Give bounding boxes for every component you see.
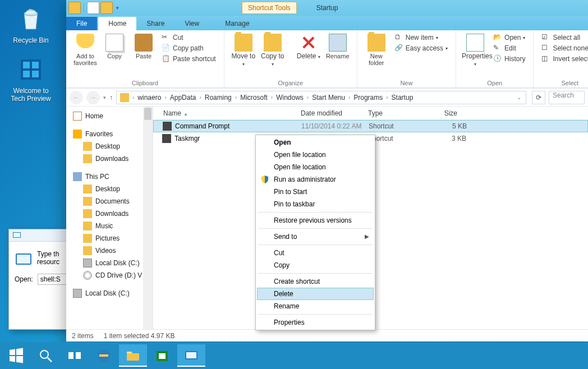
folder-icon bbox=[83, 142, 92, 151]
ctx-cut[interactable]: Cut bbox=[257, 247, 374, 259]
invert-selection-button[interactable]: ◫Invert selection bbox=[539, 54, 588, 64]
svg-rect-4 bbox=[23, 71, 30, 77]
column-headers[interactable]: Name▲ Date modified Type Size bbox=[153, 107, 588, 120]
new-item-button[interactable]: 🗋New item ▾ bbox=[392, 33, 450, 43]
sidebar-item-thispc[interactable]: This PC bbox=[71, 170, 153, 183]
ctx-rename[interactable]: Rename bbox=[257, 300, 374, 312]
paste-shortcut-button[interactable]: 📋Paste shortcut bbox=[159, 54, 218, 64]
taskbar-explorer[interactable] bbox=[119, 344, 147, 367]
taskview-button[interactable] bbox=[61, 344, 89, 367]
nav-recent-icon[interactable]: ▾ bbox=[103, 95, 106, 100]
easy-access-button[interactable]: 🔗Easy access ▾ bbox=[392, 43, 450, 53]
search-input[interactable]: Search bbox=[549, 91, 585, 104]
nav-back-button[interactable]: ← bbox=[70, 91, 83, 104]
select-none-button[interactable]: ☐Select none bbox=[539, 43, 588, 53]
tab-view[interactable]: View bbox=[174, 17, 209, 30]
ctx-properties[interactable]: Properties bbox=[257, 316, 374, 329]
nav-forward-button[interactable]: → bbox=[86, 91, 100, 104]
start-button[interactable] bbox=[2, 344, 30, 367]
ctx-pin-start[interactable]: Pin to Start bbox=[257, 186, 374, 198]
copy-button[interactable]: Copy bbox=[101, 33, 128, 59]
ctx-open-location-1[interactable]: Open file location bbox=[257, 149, 374, 161]
sidebar-item-downloads2[interactable]: Downloads bbox=[71, 207, 153, 220]
ctx-run-admin[interactable]: Run as administrator bbox=[257, 173, 374, 186]
ctx-restore[interactable]: Restore previous versions bbox=[257, 214, 374, 227]
folder-icon bbox=[368, 34, 385, 52]
svg-rect-3 bbox=[32, 62, 39, 68]
open-button[interactable]: 📂Open ▾ bbox=[491, 33, 527, 43]
sidebar-item-music[interactable]: Music bbox=[71, 220, 153, 232]
shortcut-icon bbox=[163, 122, 172, 131]
file-row-commandprompt[interactable]: Command Prompt 11/10/2014 0:22 AM Shortc… bbox=[153, 120, 588, 132]
search-button[interactable] bbox=[31, 344, 59, 367]
invert-selection-icon: ◫ bbox=[541, 54, 550, 63]
tab-home[interactable]: Home bbox=[98, 17, 136, 30]
sidebar-item-downloads[interactable]: Downloads bbox=[71, 153, 153, 165]
ctx-delete[interactable]: Delete bbox=[257, 288, 374, 300]
refresh-button[interactable]: ⟳ bbox=[532, 91, 545, 104]
sidebar-scrollbar[interactable] bbox=[143, 107, 153, 329]
ribbon: Add to favorites Copy Paste ✂Cut 📄Copy p… bbox=[66, 30, 588, 88]
taskbar-ie[interactable] bbox=[90, 344, 118, 367]
run-icon bbox=[183, 347, 199, 363]
sidebar-item-desktop[interactable]: Desktop bbox=[71, 140, 153, 153]
sidebar-item-localdiskc[interactable]: Local Disk (C:) bbox=[71, 257, 153, 269]
chevron-down-icon[interactable]: ⌄ bbox=[516, 94, 522, 100]
new-folder-button[interactable]: New folder bbox=[363, 33, 390, 66]
qat-folder-icon[interactable] bbox=[68, 2, 81, 14]
sidebar-item-home[interactable]: Home bbox=[71, 110, 153, 122]
ctx-copy[interactable]: Copy bbox=[257, 259, 374, 271]
sidebar-item-videos[interactable]: Videos bbox=[71, 245, 153, 257]
rename-icon bbox=[329, 34, 347, 52]
recycle-bin-label: Recycle Bin bbox=[8, 36, 53, 44]
tech-preview-shortcut[interactable]: Welcome to Tech Preview bbox=[8, 56, 53, 103]
ctx-pin-taskbar[interactable]: Pin to taskbar bbox=[257, 198, 374, 210]
folder-icon bbox=[83, 209, 92, 218]
status-selection: 1 item selected 4.97 KB bbox=[104, 332, 175, 340]
properties-button[interactable]: Properties ▾ bbox=[462, 33, 489, 67]
folder-icon bbox=[83, 222, 92, 230]
breadcrumb[interactable]: › winaero› AppData› Roaming› Microsoft› … bbox=[116, 91, 526, 104]
cut-button[interactable]: ✂Cut bbox=[159, 33, 218, 43]
history-button[interactable]: 🕓History bbox=[491, 54, 527, 64]
recycle-bin[interactable]: Recycle Bin bbox=[8, 6, 53, 44]
ctx-open[interactable]: Open bbox=[257, 136, 374, 149]
qat-newfolder-icon[interactable] bbox=[100, 2, 113, 14]
folder-icon bbox=[235, 34, 252, 52]
sidebar-item-cddrive[interactable]: CD Drive (D:) V bbox=[71, 269, 153, 282]
group-new-label: New bbox=[363, 79, 450, 87]
paste-button[interactable]: Paste bbox=[130, 33, 157, 59]
svg-rect-5 bbox=[32, 71, 39, 77]
taskbar-run[interactable] bbox=[177, 344, 205, 367]
copy-to-button[interactable]: Copy to ▾ bbox=[259, 33, 286, 67]
sidebar-item-favorites[interactable]: Favorites bbox=[71, 128, 153, 140]
select-all-button[interactable]: ☑Select all bbox=[539, 33, 588, 43]
taskbar-store[interactable] bbox=[148, 344, 176, 367]
ctx-send-to[interactable]: Send to▶ bbox=[257, 230, 374, 243]
qat-properties-icon[interactable] bbox=[87, 2, 99, 14]
group-organize-label: Organize bbox=[230, 79, 351, 87]
run-titlebar[interactable] bbox=[9, 229, 75, 242]
copy-path-button[interactable]: 📄Copy path bbox=[159, 43, 218, 53]
contextual-tooltab: Shortcut Tools bbox=[242, 2, 297, 14]
ctx-create-shortcut[interactable]: Create shortcut bbox=[257, 275, 374, 288]
rename-button[interactable]: Rename bbox=[324, 33, 351, 59]
edit-button[interactable]: ✎Edit bbox=[491, 43, 527, 53]
sidebar-item-documents[interactable]: Documents bbox=[71, 195, 153, 207]
nav-up-button[interactable]: ↑ bbox=[109, 94, 113, 102]
qat-customize-icon[interactable]: ▾ bbox=[114, 5, 121, 11]
move-to-button[interactable]: Move to ▾ bbox=[230, 33, 257, 67]
sidebar-item-desktop2[interactable]: Desktop bbox=[71, 183, 153, 195]
ctx-open-location-2[interactable]: Open file location bbox=[257, 161, 374, 173]
explorer-titlebar[interactable]: ▾ Shortcut Tools Startup bbox=[66, 0, 588, 16]
sidebar-item-pictures[interactable]: Pictures bbox=[71, 232, 153, 245]
window-title: Startup bbox=[66, 4, 588, 12]
add-to-favorites-button[interactable]: Add to favorites bbox=[72, 33, 99, 66]
tab-manage[interactable]: Manage bbox=[215, 17, 259, 30]
delete-button[interactable]: Delete ▾ bbox=[295, 33, 322, 60]
properties-icon bbox=[466, 34, 484, 52]
sidebar-item-localdiskc2[interactable]: Local Disk (C:) bbox=[71, 287, 153, 299]
tab-share[interactable]: Share bbox=[136, 17, 174, 30]
disk-icon bbox=[73, 289, 82, 298]
tab-file[interactable]: File bbox=[66, 17, 97, 30]
